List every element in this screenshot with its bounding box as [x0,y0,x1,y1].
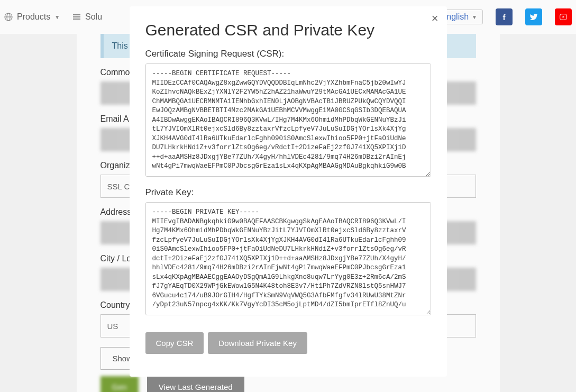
csr-label: Certificate Signing Request (CSR): [145,49,431,59]
modal-title: Generated CSR and Private Key [145,21,431,39]
private-key-textarea[interactable] [145,202,431,315]
private-key-label: Private Key: [145,187,431,198]
download-private-key-button[interactable]: Download Private Key [208,332,307,354]
modal-overlay[interactable]: × Generated CSR and Private Key Certific… [0,0,576,392]
close-button[interactable]: × [432,12,438,25]
copy-csr-button[interactable]: Copy CSR [145,332,204,354]
csr-textarea[interactable] [145,63,431,177]
csr-modal: × Generated CSR and Private Key Certific… [130,6,447,377]
